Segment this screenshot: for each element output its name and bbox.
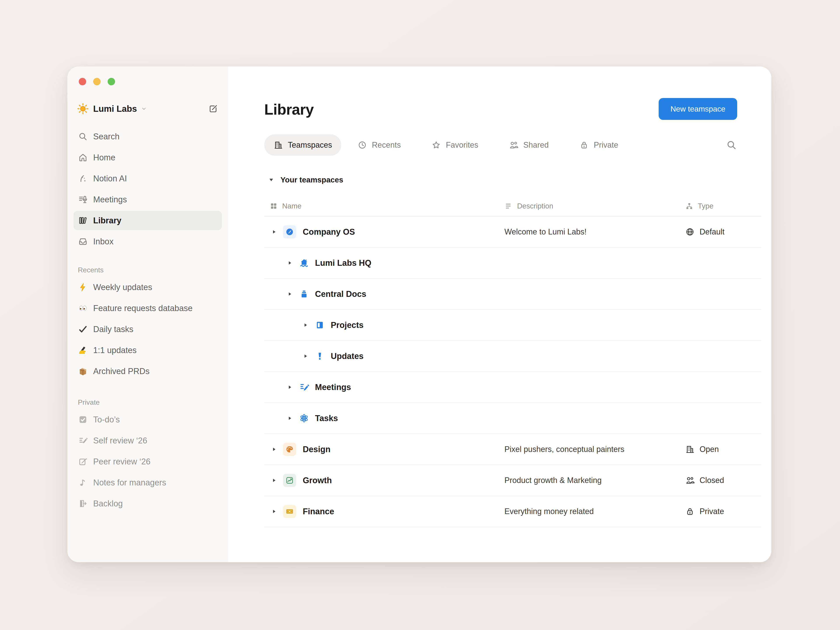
type-label: Open bbox=[699, 445, 719, 454]
sidebar-item-label: Home bbox=[93, 153, 115, 162]
notes-pencil-icon bbox=[299, 382, 309, 392]
teamspace-type: Open bbox=[685, 445, 761, 454]
sidebar-item-search[interactable]: Search bbox=[74, 127, 222, 146]
compose-icon[interactable] bbox=[208, 104, 218, 114]
banknote-icon bbox=[285, 507, 294, 516]
minimize-window-button[interactable] bbox=[93, 78, 101, 85]
teamspace-row-tasks[interactable]: Tasks bbox=[264, 403, 761, 434]
sidebar-item-notion-ai[interactable]: Notion AI bbox=[74, 169, 222, 188]
close-window-button[interactable] bbox=[79, 78, 86, 85]
compass-icon bbox=[285, 227, 294, 236]
name-cell: Tasks bbox=[264, 413, 504, 423]
tab-label: Shared bbox=[523, 141, 549, 150]
expand-triangle-icon[interactable] bbox=[303, 322, 308, 328]
teamspace-row-projects[interactable]: Projects bbox=[264, 310, 761, 341]
expand-triangle-icon[interactable] bbox=[287, 291, 293, 297]
section-title: Your teamspaces bbox=[280, 175, 343, 184]
square-pencil-icon bbox=[78, 456, 88, 467]
sidebar-item-label: Peer review ‘26 bbox=[93, 457, 150, 466]
eyes-icon bbox=[78, 303, 88, 313]
column-label: Type bbox=[698, 202, 714, 210]
new-teamspace-button[interactable]: New teamspace bbox=[658, 98, 737, 120]
sidebar-item-label: Library bbox=[93, 216, 122, 225]
table-search-button[interactable] bbox=[726, 139, 737, 151]
teamspace-icon-tile bbox=[283, 505, 296, 518]
expand-triangle-icon[interactable] bbox=[271, 447, 277, 452]
sidebar-item-notes-for-managers[interactable]: Notes for managers bbox=[74, 473, 222, 492]
sidebar-sections: RecentsWeekly updatesFeature requests da… bbox=[74, 253, 222, 515]
teamspace-description: Pixel pushers, conceptual painters bbox=[504, 445, 685, 454]
teamspaces-section-toggle[interactable]: Your teamspaces bbox=[264, 175, 771, 185]
door-icon bbox=[78, 499, 88, 508]
tab-recents[interactable]: Recents bbox=[348, 134, 410, 156]
teamspace-name: Growth bbox=[303, 476, 332, 485]
teamspace-icon-tile bbox=[283, 225, 296, 238]
column-header-description[interactable]: Description bbox=[504, 202, 685, 210]
sidebar-item-feature-requests-database[interactable]: Feature requests database bbox=[74, 298, 222, 318]
expand-triangle-icon[interactable] bbox=[271, 229, 277, 235]
tab-teamspaces[interactable]: Teamspaces bbox=[264, 134, 341, 156]
sidebar-item-1-1-updates[interactable]: 1:1 updates bbox=[74, 341, 222, 360]
inbox-icon bbox=[78, 237, 88, 246]
house-waves-icon bbox=[299, 258, 309, 268]
teamspace-name: Company OS bbox=[303, 227, 355, 237]
chart-icon bbox=[285, 476, 294, 485]
sidebar-item-backlog[interactable]: Backlog bbox=[74, 494, 222, 513]
sidebar-item-self-review-26[interactable]: Self review ‘26 bbox=[74, 431, 222, 450]
expand-triangle-icon[interactable] bbox=[271, 508, 277, 514]
sidebar-item-meetings[interactable]: Meetings bbox=[74, 190, 222, 209]
column-header-name[interactable]: Name bbox=[264, 202, 504, 210]
sidebar-item-label: Archived PRDs bbox=[93, 366, 150, 376]
globe-icon bbox=[685, 227, 695, 237]
tab-favorites[interactable]: Favorites bbox=[422, 134, 487, 156]
teamspace-icon-holder bbox=[299, 382, 309, 392]
expand-triangle-icon[interactable] bbox=[287, 384, 293, 390]
sidebar-item-archived-prds[interactable]: Archived PRDs bbox=[74, 362, 222, 381]
teamspace-row-lumi-labs-hq[interactable]: Lumi Labs HQ bbox=[264, 248, 761, 279]
search-icon bbox=[78, 131, 88, 142]
palette-icon bbox=[285, 445, 294, 454]
tab-label: Favorites bbox=[446, 141, 478, 150]
expand-triangle-icon[interactable] bbox=[271, 477, 277, 483]
panel-icon bbox=[314, 320, 325, 330]
tab-bar: TeamspacesRecentsFavoritesSharedPrivate bbox=[264, 134, 771, 156]
tab-shared[interactable]: Shared bbox=[500, 134, 558, 156]
teamspace-name: Design bbox=[303, 445, 330, 454]
sidebar-item-weekly-updates[interactable]: Weekly updates bbox=[74, 278, 222, 297]
sidebar-item-home[interactable]: Home bbox=[74, 148, 222, 167]
writing-hand-icon bbox=[78, 345, 88, 355]
sidebar-item-peer-review-26[interactable]: Peer review ‘26 bbox=[74, 452, 222, 471]
teamspace-icon-holder bbox=[299, 258, 309, 268]
column-label: Name bbox=[282, 202, 302, 210]
teamspace-row-meetings[interactable]: Meetings bbox=[264, 372, 761, 403]
expand-triangle-icon[interactable] bbox=[287, 260, 293, 266]
teamspace-name: Lumi Labs HQ bbox=[315, 258, 371, 268]
hierarchy-icon bbox=[685, 202, 693, 210]
column-header-type[interactable]: Type bbox=[685, 202, 761, 210]
sidebar-item-to-do-s[interactable]: To-do’s bbox=[74, 410, 222, 429]
tab-private[interactable]: Private bbox=[570, 134, 627, 156]
doc-pencil-icon bbox=[78, 436, 88, 445]
workspace-switcher[interactable]: Lumi Labs bbox=[74, 101, 222, 116]
teamspace-row-company-os[interactable]: Company OSWelcome to Lumi Labs!Default bbox=[264, 216, 761, 248]
sidebar-item-label: Daily tasks bbox=[93, 325, 133, 334]
lock-icon bbox=[685, 507, 695, 516]
zoom-window-button[interactable] bbox=[107, 78, 115, 85]
sidebar-item-daily-tasks[interactable]: Daily tasks bbox=[74, 320, 222, 339]
name-cell: Lumi Labs HQ bbox=[264, 258, 504, 268]
tab-label: Teamspaces bbox=[288, 141, 332, 150]
expand-triangle-icon[interactable] bbox=[303, 353, 308, 359]
teamspace-icon-holder bbox=[299, 289, 309, 299]
sidebar-item-label: Notion AI bbox=[93, 174, 127, 183]
teamspace-row-central-docs[interactable]: Central Docs bbox=[264, 279, 761, 310]
name-cell: Design bbox=[264, 443, 504, 456]
sidebar-item-inbox[interactable]: Inbox bbox=[74, 232, 222, 251]
teamspace-row-growth[interactable]: GrowthProduct growth & MarketingClosed bbox=[264, 465, 761, 496]
teamspace-row-design[interactable]: DesignPixel pushers, conceptual painters… bbox=[264, 434, 761, 465]
tab-label: Recents bbox=[372, 141, 401, 150]
sidebar-item-library[interactable]: Library bbox=[74, 211, 222, 230]
teamspace-row-finance[interactable]: FinanceEverything money relatedPrivate bbox=[264, 496, 761, 527]
teamspace-name: Updates bbox=[331, 352, 363, 361]
teamspace-row-updates[interactable]: Updates bbox=[264, 341, 761, 372]
expand-triangle-icon[interactable] bbox=[287, 415, 293, 421]
